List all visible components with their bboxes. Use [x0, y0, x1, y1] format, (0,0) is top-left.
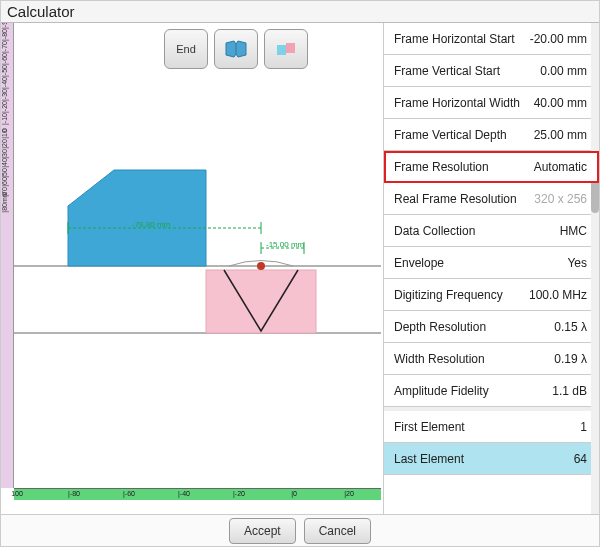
view-shapes-button[interactable]	[264, 29, 308, 69]
property-value: 100.0 MHz	[529, 288, 587, 302]
property-label: Frame Vertical Depth	[394, 128, 507, 142]
property-label: Last Element	[394, 452, 464, 466]
svg-rect-10	[286, 43, 295, 53]
dimension-b: -15.00 mm	[266, 240, 304, 249]
y-tick: |-30	[1, 89, 9, 101]
y-tick: |-80	[1, 29, 9, 41]
y-tick: |-40	[1, 77, 9, 89]
property-label: Width Resolution	[394, 352, 485, 366]
property-value: HMC	[560, 224, 587, 238]
wedge-shape	[68, 170, 206, 266]
pink-block	[206, 270, 316, 333]
property-label: Envelope	[394, 256, 444, 270]
property-row[interactable]: Real Frame Resolution320 x 256	[384, 183, 599, 215]
properties-list: Frame Horizontal Start-20.00 mmFrame Ver…	[384, 23, 599, 514]
y-tick: |10	[1, 130, 9, 140]
book-icon	[224, 39, 248, 59]
y-tick: |-70	[1, 41, 9, 53]
x-tick: |0	[291, 490, 297, 497]
property-row[interactable]: Frame Vertical Depth25.00 mm	[384, 119, 599, 151]
y-tick: |-50	[1, 65, 9, 77]
cancel-button[interactable]: Cancel	[304, 518, 371, 544]
y-tick: |20	[1, 139, 9, 149]
property-value: -20.00 mm	[530, 32, 587, 46]
property-label: Depth Resolution	[394, 320, 486, 334]
calculator-window: Calculator |-90 |-80 |-70 |-60 |-50 |-40…	[0, 0, 600, 547]
property-row[interactable]: Frame ResolutionAutomatic	[384, 151, 599, 183]
x-tick: 100	[11, 490, 23, 497]
property-label: Frame Resolution	[394, 160, 489, 174]
canvas-area: |-90 |-80 |-70 |-60 |-50 |-40 |-30 |-20 …	[1, 23, 383, 513]
property-label: Amplitude Fidelity	[394, 384, 489, 398]
plot-toolbar: End	[164, 29, 308, 69]
end-button[interactable]: End	[164, 29, 208, 69]
property-value: 0.15 λ	[554, 320, 587, 334]
focus-dot	[257, 262, 265, 270]
property-value: 64	[574, 452, 587, 466]
property-label: First Element	[394, 420, 465, 434]
property-label: Data Collection	[394, 224, 475, 238]
property-label: Frame Horizontal Start	[394, 32, 515, 46]
svg-rect-9	[277, 45, 286, 55]
y-tick: |-60	[1, 53, 9, 65]
accept-button[interactable]: Accept	[229, 518, 296, 544]
property-value: 320 x 256	[534, 192, 587, 206]
property-row[interactable]: Depth Resolution0.15 λ	[384, 311, 599, 343]
property-label: Real Frame Resolution	[394, 192, 517, 206]
scrollbar[interactable]	[591, 23, 599, 514]
plot-region[interactable]: -78.80 mm -15.00 mm End	[14, 23, 381, 488]
property-value: 25.00 mm	[534, 128, 587, 142]
diagram-svg	[14, 23, 381, 488]
x-tick: |-60	[123, 490, 135, 497]
property-row[interactable]: Data CollectionHMC	[384, 215, 599, 247]
y-tick: |40	[1, 158, 9, 168]
x-tick: |-40	[178, 490, 190, 497]
footer-bar: Accept Cancel	[1, 514, 599, 546]
content-area: |-90 |-80 |-70 |-60 |-50 |-40 |-30 |-20 …	[1, 23, 599, 514]
y-tick: |-10	[1, 113, 9, 125]
view-book-button[interactable]	[214, 29, 258, 69]
shapes-icon	[274, 39, 298, 59]
end-button-label: End	[176, 43, 196, 55]
property-value: 0.00 mm	[540, 64, 587, 78]
property-row[interactable]: Last Element64	[384, 443, 599, 475]
property-row[interactable]: Frame Vertical Start0.00 mm	[384, 55, 599, 87]
x-ruler: 100 |-80 |-60 |-40 |-20 |0 |20	[14, 488, 381, 500]
x-tick: |-20	[233, 490, 245, 497]
property-row[interactable]: EnvelopeYes	[384, 247, 599, 279]
property-value: Yes	[567, 256, 587, 270]
property-row[interactable]: Frame Horizontal Width40.00 mm	[384, 87, 599, 119]
property-value: Automatic	[534, 160, 587, 174]
y-ruler: |-90 |-80 |-70 |-60 |-50 |-40 |-30 |-20 …	[1, 23, 14, 488]
property-value: 1	[580, 420, 587, 434]
y-tick: |-20	[1, 101, 9, 113]
properties-panel: Frame Horizontal Start-20.00 mmFrame Ver…	[383, 23, 599, 514]
property-row[interactable]: Frame Horizontal Start-20.00 mm	[384, 23, 599, 55]
property-label: Frame Vertical Start	[394, 64, 500, 78]
x-tick: |-80	[68, 490, 80, 497]
property-value: 1.1 dB	[552, 384, 587, 398]
y-tick: |60	[1, 178, 9, 188]
y-tick: |80mm	[1, 191, 9, 212]
property-label: Frame Horizontal Width	[394, 96, 520, 110]
window-title: Calculator	[1, 1, 599, 23]
property-value: 0.19 λ	[554, 352, 587, 366]
property-label: Digitizing Frequency	[394, 288, 503, 302]
property-row[interactable]: Digitizing Frequency100.0 MHz	[384, 279, 599, 311]
dimension-a: -78.80 mm	[132, 220, 170, 229]
property-value: 40.00 mm	[534, 96, 587, 110]
x-tick: |20	[344, 490, 354, 497]
property-row[interactable]: Amplitude Fidelity1.1 dB	[384, 375, 599, 407]
property-row[interactable]: First Element1	[384, 411, 599, 443]
property-row[interactable]: Width Resolution0.19 λ	[384, 343, 599, 375]
